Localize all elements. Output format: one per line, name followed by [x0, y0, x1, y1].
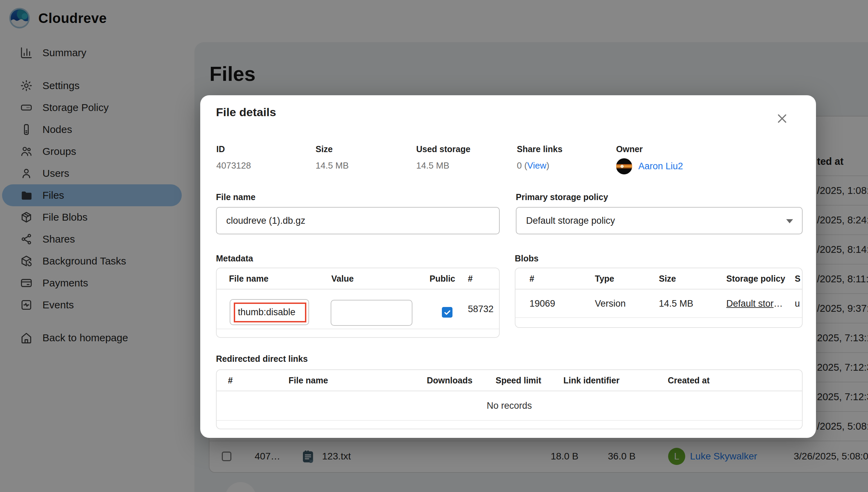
blobs-row: 19069 Version 14.5 MB Default storage po… — [515, 290, 802, 318]
info-value: 4073128 — [216, 160, 251, 171]
metadata-name-value: thumb:disable — [238, 307, 295, 318]
column-header: Created at — [668, 376, 710, 385]
column-header: Link identifier — [563, 376, 620, 385]
column-header: # — [228, 376, 233, 385]
app-window: Cloudreve Summary Settings Storage Polic… — [0, 0, 868, 492]
info-share-links: Share links 0 (View) — [517, 144, 562, 171]
metadata-id-cell: 58732 — [452, 304, 494, 315]
column-header: Type — [595, 274, 614, 284]
file-name-input[interactable]: cloudreve (1).db.gz — [216, 207, 500, 234]
info-label: ID — [216, 144, 251, 154]
blob-storage-policy-link[interactable]: Default storage policy — [726, 298, 785, 309]
file-info-summary: ID 4073128 Size 14.5 MB Used storage 14.… — [216, 144, 803, 179]
metadata-value-input[interactable] — [331, 300, 412, 326]
info-value: 0 (View) — [517, 160, 562, 171]
metadata-name-input[interactable]: thumb:disable — [230, 299, 309, 325]
info-label: Size — [316, 144, 349, 154]
column-header: # — [468, 274, 473, 284]
info-size: Size 14.5 MB — [316, 144, 349, 171]
column-header: Downloads — [427, 376, 472, 385]
file-name-label: File name — [216, 192, 255, 202]
file-details-dialog: File details ID 4073128 Size 14.5 MB Use… — [200, 95, 816, 438]
info-used-storage: Used storage 14.5 MB — [416, 144, 470, 171]
column-header: Value — [331, 274, 354, 284]
column-header: File name — [289, 376, 328, 385]
metadata-row: thumb:disable 58732 — [217, 290, 499, 329]
storage-policy-value: Default storage policy — [526, 216, 615, 226]
dropdown-arrow-icon — [786, 219, 793, 223]
info-owner: Owner Aaron Liu2 — [616, 144, 683, 174]
metadata-table: File name Value Public # thumb:disable 5… — [216, 268, 500, 338]
links-header-row: # File name Downloads Speed limit Link i… — [217, 370, 802, 391]
column-header: Speed limit — [496, 376, 541, 385]
owner-link[interactable]: Aaron Liu2 — [638, 161, 683, 172]
blob-extra-cell: u — [795, 298, 800, 309]
blobs-table: # Type Size Storage policy S 19069 Versi… — [515, 268, 803, 328]
owner-value: Aaron Liu2 — [616, 158, 683, 174]
blob-type-cell: Version — [595, 298, 626, 309]
close-button[interactable] — [774, 110, 790, 127]
blobs-heading: Blobs — [515, 254, 538, 263]
share-suffix: ) — [546, 160, 549, 171]
column-header: Size — [659, 274, 676, 284]
blob-size-cell: 14.5 MB — [659, 298, 693, 309]
redirected-links-heading: Redirected direct links — [216, 354, 308, 364]
info-value: 14.5 MB — [316, 160, 349, 171]
storage-policy-label: Primary storage policy — [516, 192, 608, 202]
info-label: Share links — [517, 144, 562, 154]
dialog-title: File details — [216, 106, 276, 119]
file-name-value: cloudreve (1).db.gz — [226, 216, 305, 226]
info-value: 14.5 MB — [416, 160, 470, 171]
blob-id-cell: 19069 — [529, 298, 555, 309]
storage-policy-select[interactable]: Default storage policy — [516, 207, 803, 234]
blobs-header-row: # Type Size Storage policy S — [515, 268, 802, 290]
share-count: 0 ( — [517, 160, 527, 171]
info-id: ID 4073128 — [216, 144, 251, 171]
close-icon — [776, 112, 788, 125]
column-header: S — [795, 274, 801, 284]
links-empty-row: No records — [217, 391, 802, 421]
redirected-links-table: # File name Downloads Speed limit Link i… — [216, 369, 803, 429]
info-label: Owner — [616, 144, 683, 154]
public-checkbox[interactable] — [442, 307, 452, 318]
column-header: Public — [430, 274, 457, 284]
owner-avatar — [616, 158, 632, 174]
metadata-heading: Metadata — [216, 254, 253, 263]
column-header: # — [529, 274, 534, 284]
info-label: Used storage — [416, 144, 470, 154]
no-records-text: No records — [217, 401, 802, 411]
column-header: Storage policy — [726, 274, 789, 284]
view-share-links-link[interactable]: View — [527, 160, 546, 171]
column-header: File name — [229, 274, 268, 284]
check-icon — [443, 308, 451, 317]
metadata-header-row: File name Value Public # — [217, 268, 499, 290]
